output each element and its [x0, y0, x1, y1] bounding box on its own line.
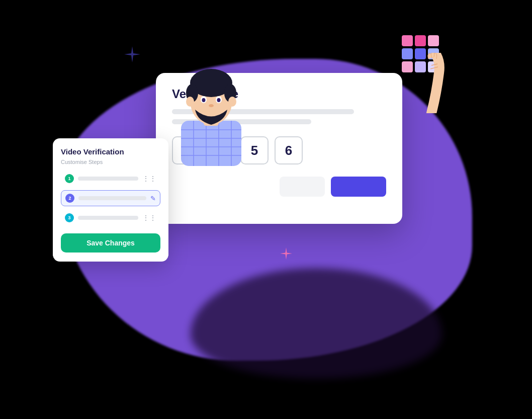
step-3-line [78, 216, 138, 220]
color-grid-cell [402, 35, 413, 46]
code-digit-box[interactable]: 6 [275, 136, 303, 164]
svg-rect-0 [181, 121, 241, 166]
step-number-3: 3 [65, 213, 74, 222]
edit-icon-2[interactable]: ✎ [150, 195, 156, 202]
color-grid-cell [415, 35, 426, 46]
svg-point-19 [186, 97, 194, 107]
verify-card-buttons [172, 177, 386, 197]
svg-point-20 [228, 97, 236, 107]
save-changes-button[interactable]: Save Changes [61, 233, 160, 253]
svg-point-15 [202, 98, 206, 102]
step-number-2: 2 [65, 194, 74, 203]
step-2-line [78, 196, 146, 200]
color-grid-cell [428, 35, 439, 46]
video-card-subtitle: Customise Steps [61, 159, 160, 165]
sparkle-icon-1 [123, 45, 141, 63]
sparkle-icon-2 [279, 246, 293, 261]
drag-icon-1[interactable]: ⋮⋮ [142, 175, 156, 183]
drag-icon-3[interactable]: ⋮⋮ [142, 214, 156, 222]
step-number-1: 1 [65, 174, 74, 183]
svg-point-18 [209, 104, 214, 107]
step-item-3: 3 ⋮⋮ [61, 210, 160, 225]
step-1-line [78, 177, 138, 181]
verify-secondary-button[interactable] [280, 177, 325, 197]
hand-illustration [401, 53, 447, 113]
video-card-title: Video Verification [61, 147, 160, 156]
avatar-illustration [171, 55, 251, 166]
svg-point-17 [217, 98, 221, 102]
video-verification-card: Video Verification Customise Steps 1 ⋮⋮ … [53, 138, 168, 262]
step-item-1: 1 ⋮⋮ [61, 171, 160, 186]
step-item-2[interactable]: 2 ✎ [61, 190, 160, 206]
verify-primary-button[interactable] [331, 177, 386, 197]
